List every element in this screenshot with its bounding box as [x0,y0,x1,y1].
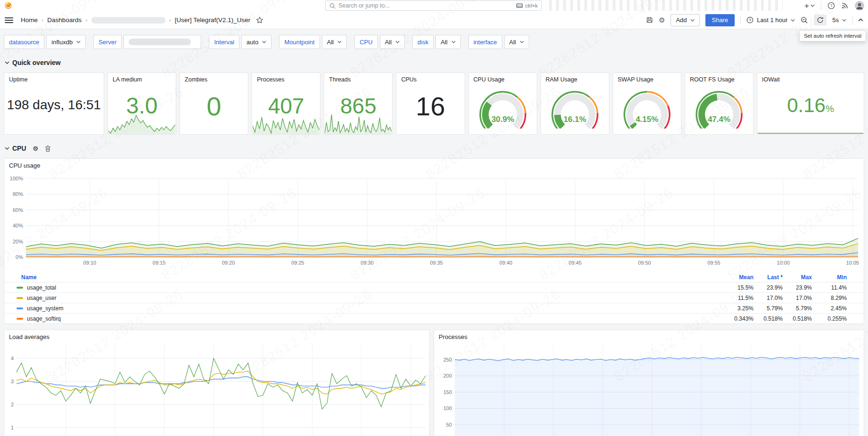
filter-value-dropdown[interactable]: influxdb [46,35,86,49]
blurred-region [545,0,783,11]
chevron-down-icon [690,19,695,22]
filter-label: CPU [354,35,377,49]
legend-max: 23.9% [783,284,812,291]
panel-title: RAM Usage [546,76,577,83]
chevron-down-icon [262,40,266,43]
sparkline [253,115,319,134]
stat-panel-cpu-usage: CPU Usage30.9% [468,73,537,135]
breadcrumb-dashboards[interactable]: Dashboards [47,16,82,24]
filter-mountpoint: MountpointAll [279,35,347,49]
help-icon[interactable]: ? [827,2,835,9]
favorite-star-icon[interactable] [256,16,263,24]
legend-series-name[interactable]: usage_total [27,284,56,291]
stat-panel-iowait: IOWait0.16% [757,73,864,135]
panel-title: CPUs [401,76,417,83]
svg-text:60%: 60% [13,207,23,213]
legend-series-name[interactable]: usage_user [27,295,57,301]
filter-value-dropdown[interactable]: All [504,35,529,49]
svg-text:100%: 100% [10,176,23,181]
new-button[interactable]: + [804,2,815,10]
filter-label: Interval [209,35,239,49]
filter-value-dropdown[interactable]: All [322,35,347,49]
legend-row-usage_system[interactable]: usage_system3.25%5.79%5.79%2.45% [4,303,864,313]
filter-cpu: CPUAll [354,35,405,49]
legend-series-name[interactable]: usage_system [27,305,63,312]
chevron-down-icon [76,40,81,43]
legend-header-col[interactable]: Mean [713,274,753,281]
mega-menu-toggle[interactable] [5,17,13,23]
filter-value-dropdown[interactable]: auto [241,35,271,49]
share-button[interactable]: Share [705,14,735,26]
svg-text:09:20: 09:20 [222,260,235,266]
save-dashboard-icon[interactable] [646,16,653,24]
filter-label-text: Mountpoint [284,39,314,46]
filter-label-text: disk [418,39,428,46]
legend-min: 2.45% [812,305,847,312]
legend-row-usage_total[interactable]: usage_total15.5%23.9%23.9%11.4% [4,282,864,292]
panel-title[interactable]: Load averages [9,333,49,340]
filter-datasource: datasourceinfluxdb [4,35,86,49]
legend-max: 0.518% [783,315,812,322]
svg-text:09:35: 09:35 [430,260,443,266]
panel-title[interactable]: Processes [439,333,467,340]
legend-header-col[interactable]: Max [783,274,812,281]
load-averages-chart[interactable]: 1234 [4,343,429,436]
avatar[interactable] [855,1,864,10]
row-settings-icon[interactable]: ⚙ [33,145,39,152]
refresh-button[interactable] [814,15,827,25]
row-delete-icon[interactable] [45,145,51,152]
filter-value-text: All [509,39,516,46]
search-icon [329,3,336,9]
legend-row-usage_user[interactable]: usage_user11.5%17.0%17.0%8.29% [4,292,864,303]
legend-last: 0.518% [753,315,783,322]
redacted-breadcrumb [91,17,165,24]
svg-text:10:00: 10:00 [777,260,790,266]
filter-value-input[interactable] [123,35,201,49]
svg-text:09:55: 09:55 [707,260,721,266]
gauge-root-fs-usage: 47.4% [691,84,747,129]
filter-label: Server [93,35,122,49]
legend-header-col[interactable]: Min [812,274,847,281]
filter-value-text: influxdb [51,39,73,46]
filter-disk: diskAll [412,35,461,49]
news-rss-icon[interactable] [841,2,849,9]
processes-chart[interactable]: 50100150200250 [434,343,864,436]
dashboard-canvas: datasourceinfluxdbServerIntervalautoMoun… [0,29,868,436]
global-search[interactable]: ctrl+k [325,0,542,11]
chevron-down-icon [5,147,9,150]
legend-max: 5.79% [783,305,812,312]
filter-label-text: Interval [214,39,234,46]
breadcrumb-current[interactable]: [User] Telegraf(V2.1)_User [175,16,250,24]
legend-header-col[interactable]: Last * [753,274,783,281]
legend-series-name[interactable]: usage_softirq [27,315,61,322]
panel-title[interactable]: CPU usage [9,162,40,169]
chevron-down-icon [842,19,846,22]
collapse-toolbar-icon[interactable] [858,18,863,22]
add-button[interactable]: Add [671,14,699,26]
section-quick-overview[interactable]: Quick overview [5,57,864,68]
breadcrumb-home[interactable]: Home [21,16,38,24]
stat-value-text: 16 [416,91,445,121]
filter-value-text: All [327,39,334,46]
zoom-out-time-icon[interactable] [801,16,808,24]
time-range-picker[interactable]: Last 1 hour [746,16,795,24]
filter-value-dropdown[interactable]: All [380,35,405,49]
grafana-logo[interactable] [4,1,12,9]
refresh-interval-picker[interactable]: 5s [832,16,846,24]
breadcrumb-separator: › [41,16,43,24]
series-color-swatch [16,318,23,320]
search-input[interactable] [338,2,513,9]
series-color-swatch [16,297,23,299]
legend-row-usage_softirq[interactable]: usage_softirq0.343%0.518%0.518%0.255% [4,313,864,323]
cpu-usage-chart[interactable]: 0%20%40%60%80%100%09:1009:1509:2009:2509… [4,170,864,273]
section-cpu[interactable]: CPU ⚙ [5,143,864,153]
dashboard-settings-icon[interactable]: ⚙ [659,16,665,24]
stat-panel-zombies: Zombies0 [180,73,248,135]
top-bar: ctrl+k + ? [0,0,868,11]
stat-value-text: 0.16 [787,94,826,116]
svg-text:250: 250 [443,357,452,363]
panel-title: Threads [329,76,351,83]
chevron-down-icon [791,19,795,22]
filter-value-dropdown[interactable]: All [435,35,460,49]
legend-min: 0.255% [812,315,847,322]
